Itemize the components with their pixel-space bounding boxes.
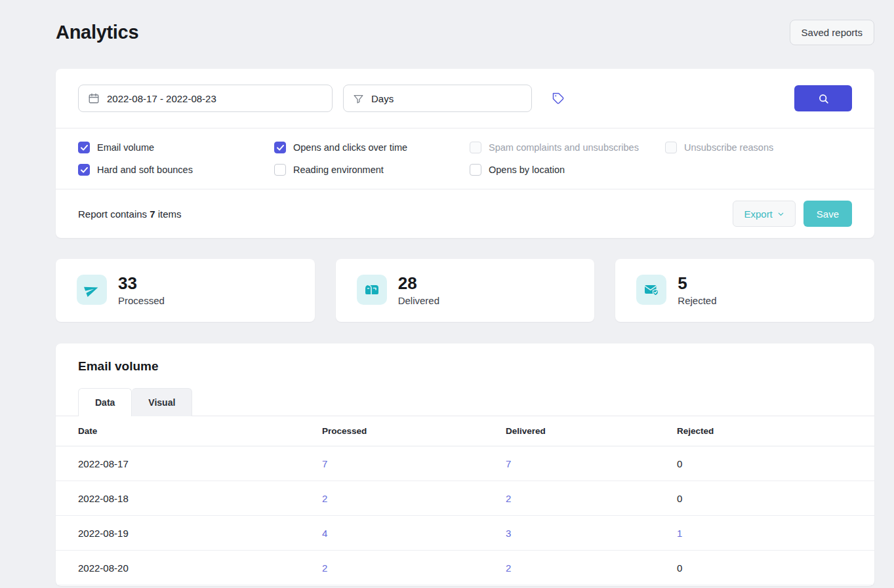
option-label: Spam complaints and unsubscribes	[489, 142, 639, 153]
column-header-delivered: Delivered	[506, 426, 677, 436]
report-count-text: Report contains 7 items	[78, 208, 182, 220]
checkbox-icon[interactable]	[470, 164, 481, 176]
search-button[interactable]	[794, 85, 852, 111]
table-row: 2022-08-19 4 3 1	[56, 516, 874, 551]
stat-value: 33	[118, 275, 165, 292]
stat-card-rejected: 5 Rejected	[615, 259, 874, 322]
chevron-down-icon	[777, 210, 784, 218]
date-range-input[interactable]: 2022-08-17 - 2022-08-23	[78, 85, 333, 112]
email-volume-table: Date Processed Delivered Rejected 2022-0…	[56, 416, 874, 585]
checkbox-icon[interactable]	[78, 164, 90, 176]
filter-row: 2022-08-17 - 2022-08-23 Days	[56, 69, 874, 128]
cell-rejected[interactable]: 1	[677, 528, 852, 539]
cell-rejected: 0	[677, 458, 852, 469]
stat-value: 28	[398, 275, 439, 292]
export-button[interactable]: Export	[733, 201, 795, 227]
date-range-value: 2022-08-17 - 2022-08-23	[107, 93, 216, 104]
email-volume-tabs: Data Visual	[56, 388, 874, 416]
cell-rejected: 0	[677, 562, 852, 574]
report-bar: Report contains 7 items Export Save	[56, 189, 874, 238]
stats-row: 33 Processed 28 Delivered 5	[56, 259, 874, 322]
group-by-select[interactable]: Days	[343, 85, 532, 112]
cell-date: 2022-08-19	[78, 528, 322, 539]
saved-reports-button[interactable]: Saved reports	[790, 20, 874, 45]
column-header-date: Date	[78, 426, 322, 436]
paper-plane-icon	[77, 275, 107, 305]
checkbox-icon[interactable]	[274, 164, 286, 176]
cell-delivered[interactable]: 7	[506, 458, 677, 469]
stat-card-delivered: 28 Delivered	[336, 259, 595, 322]
option-hard-soft-bounces[interactable]: Hard and soft bounces	[78, 164, 274, 176]
mail-shield-icon	[636, 275, 666, 305]
stat-label: Processed	[118, 295, 165, 306]
stat-label: Delivered	[398, 295, 439, 306]
option-label: Opens and clicks over time	[293, 142, 407, 153]
group-by-value: Days	[371, 93, 394, 104]
option-label: Email volume	[97, 142, 154, 153]
cell-rejected: 0	[677, 493, 852, 504]
cell-delivered[interactable]: 2	[506, 493, 677, 504]
option-label: Unsubscribe reasons	[684, 142, 773, 153]
funnel-icon	[353, 93, 364, 104]
option-opens-by-location[interactable]: Opens by location	[470, 164, 665, 176]
option-reading-environment[interactable]: Reading environment	[274, 164, 470, 176]
tab-visual[interactable]: Visual	[132, 388, 192, 416]
tag-icon[interactable]	[549, 89, 567, 108]
calendar-icon	[88, 92, 100, 104]
checkbox-icon[interactable]	[78, 142, 90, 153]
cell-delivered[interactable]: 2	[506, 562, 677, 574]
topbar: Analytics Saved reports	[56, 0, 874, 45]
option-email-volume[interactable]: Email volume	[78, 142, 274, 153]
filter-card: 2022-08-17 - 2022-08-23 Days Ema	[56, 69, 874, 238]
checkbox-icon[interactable]	[274, 142, 286, 153]
report-count: 7	[150, 208, 155, 220]
email-volume-title: Email volume	[56, 359, 874, 374]
option-spam-complaints: Spam complaints and unsubscribes	[470, 142, 665, 153]
checkbox-icon	[665, 142, 677, 153]
checkbox-icon	[470, 142, 481, 153]
email-volume-card: Email volume Data Visual Date Processed …	[56, 343, 874, 586]
column-header-processed: Processed	[322, 426, 506, 436]
stat-value: 5	[678, 275, 716, 292]
option-label: Hard and soft bounces	[97, 165, 193, 175]
mailbox-icon	[357, 275, 387, 305]
cell-date: 2022-08-18	[78, 493, 322, 504]
page-title: Analytics	[56, 22, 138, 43]
analytics-page: Analytics Saved reports 2022-08-17 - 202…	[0, 0, 894, 588]
cell-processed[interactable]: 2	[322, 562, 506, 574]
cell-date: 2022-08-20	[78, 562, 322, 574]
option-opens-clicks[interactable]: Opens and clicks over time	[274, 142, 470, 153]
cell-processed[interactable]: 7	[322, 458, 506, 469]
stat-card-processed: 33 Processed	[56, 259, 315, 322]
column-header-rejected: Rejected	[677, 426, 852, 436]
table-header-row: Date Processed Delivered Rejected	[56, 416, 874, 446]
stat-label: Rejected	[678, 295, 716, 306]
table-row: 2022-08-18 2 2 0	[56, 481, 874, 516]
tab-data[interactable]: Data	[78, 388, 132, 416]
table-row: 2022-08-20 2 2 0	[56, 551, 874, 585]
report-options: Email volume Opens and clicks over time …	[56, 128, 874, 189]
cell-processed[interactable]: 4	[322, 528, 506, 539]
option-label: Reading environment	[293, 165, 384, 175]
save-button[interactable]: Save	[803, 201, 852, 227]
option-unsubscribe-reasons: Unsubscribe reasons	[665, 142, 852, 153]
option-label: Opens by location	[489, 165, 565, 175]
cell-processed[interactable]: 2	[322, 493, 506, 504]
cell-delivered[interactable]: 3	[506, 528, 677, 539]
search-icon	[817, 92, 830, 105]
table-row: 2022-08-17 7 7 0	[56, 446, 874, 481]
cell-date: 2022-08-17	[78, 458, 322, 469]
